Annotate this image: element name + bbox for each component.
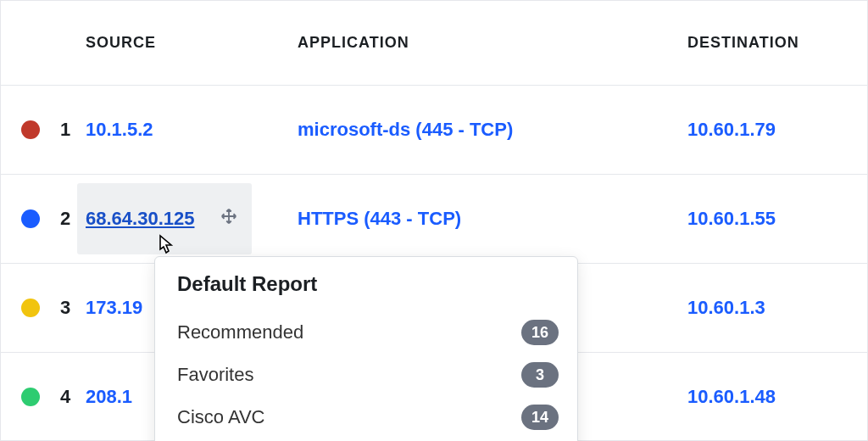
header-source: SOURCE <box>86 34 298 52</box>
table-header: SOURCE APPLICATION DESTINATION <box>1 1 867 86</box>
source-cell[interactable]: 208.1 <box>86 386 132 408</box>
source-cell[interactable]: 173.19 <box>86 297 142 319</box>
table-row: 268.64.30.125HTTPS (443 - TCP)10.60.1.55 <box>1 175 867 264</box>
popover-item[interactable]: Recommended16 <box>177 311 559 354</box>
popover-item[interactable]: Cisco AVC14 <box>177 396 559 438</box>
move-icon[interactable] <box>220 207 238 231</box>
row-index: 4 <box>60 386 86 408</box>
popover-item[interactable]: Favorites3 <box>177 354 559 396</box>
destination-link[interactable]: 10.60.1.48 <box>687 386 776 407</box>
destination-link[interactable]: 10.60.1.79 <box>687 119 776 140</box>
row-index: 3 <box>60 297 86 319</box>
popover-title: Default Report <box>177 272 559 296</box>
source-cell[interactable]: 68.64.30.125 <box>77 183 252 254</box>
row-index: 1 <box>60 119 86 141</box>
header-application: APPLICATION <box>298 34 687 52</box>
table-row: 110.1.5.2microsoft-ds (445 - TCP)10.60.1… <box>1 86 867 175</box>
status-dot <box>21 120 40 139</box>
status-dot <box>21 299 40 317</box>
status-dot <box>21 388 40 406</box>
report-popover: Default Report Recommended16Favorites3Ci… <box>154 256 578 441</box>
status-dot <box>21 209 40 228</box>
application-link[interactable]: microsoft-ds (445 - TCP) <box>298 119 513 140</box>
source-link[interactable]: 173.19 <box>86 297 142 319</box>
source-link[interactable]: 10.1.5.2 <box>86 119 153 141</box>
count-badge: 16 <box>521 320 559 345</box>
destination-link[interactable]: 10.60.1.3 <box>687 297 765 318</box>
popover-item-label: Cisco AVC <box>177 406 265 428</box>
popover-item-label: Recommended <box>177 321 303 343</box>
source-link[interactable]: 68.64.30.125 <box>86 208 194 230</box>
popover-item-label: Favorites <box>177 364 253 386</box>
count-badge: 3 <box>521 362 559 388</box>
header-destination: DESTINATION <box>687 34 857 52</box>
destination-link[interactable]: 10.60.1.55 <box>687 208 776 229</box>
count-badge: 14 <box>521 405 559 430</box>
source-cell[interactable]: 10.1.5.2 <box>86 119 153 141</box>
source-link[interactable]: 208.1 <box>86 386 132 408</box>
application-link[interactable]: HTTPS (443 - TCP) <box>298 208 461 229</box>
